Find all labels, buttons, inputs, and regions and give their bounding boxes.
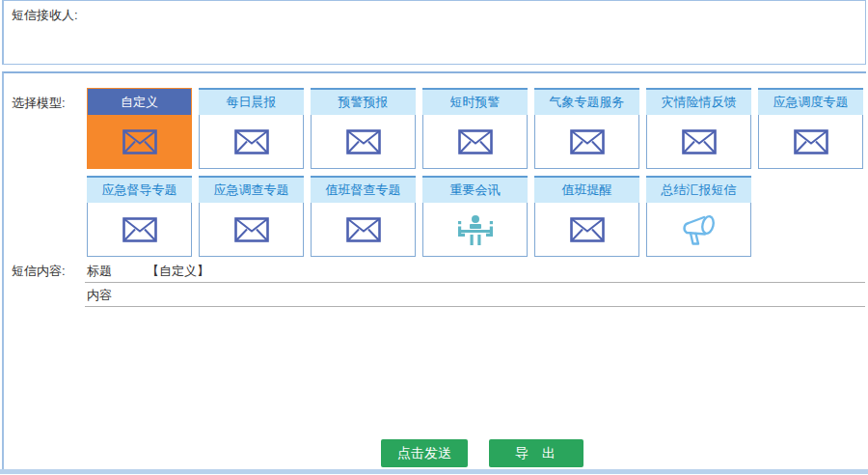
sms-title-field[interactable]: 标题 【自定义】 [85, 260, 865, 283]
envelope-icon [646, 115, 751, 169]
envelope-icon [534, 203, 639, 257]
export-button[interactable]: 导 出 [489, 439, 583, 467]
title-label: 标题 [87, 263, 129, 280]
template-tile[interactable]: 应急督导专题 [87, 176, 192, 257]
envelope-icon [758, 115, 863, 169]
template-tile[interactable]: 值班督查专题 [311, 176, 416, 257]
model-section-label: 选择模型: [12, 95, 66, 112]
template-tile-label: 自定义 [88, 89, 191, 115]
template-tile[interactable]: 总结汇报短信 [646, 176, 751, 257]
envelope-icon [534, 115, 639, 169]
main-panel: 选择模型: 自定义 每日晨报 预警预报 短时预警 气象专题服务 灾情险情反馈 应… [2, 71, 866, 469]
template-tile-label: 值班提醒 [534, 176, 639, 203]
template-tile[interactable]: 每日晨报 [199, 88, 304, 169]
template-tile[interactable]: 应急调查专题 [199, 176, 304, 257]
template-grid: 自定义 每日晨报 预警预报 短时预警 气象专题服务 灾情险情反馈 应急调度专题 [87, 88, 868, 257]
template-tile-label: 值班督查专题 [311, 176, 416, 203]
template-tile-label: 总结汇报短信 [646, 176, 751, 203]
template-tile[interactable]: 短时预警 [422, 88, 528, 169]
envelope-icon [87, 203, 192, 257]
meeting-icon [422, 203, 528, 257]
body-label: 内容 [87, 287, 112, 304]
envelope-icon [199, 115, 304, 169]
template-tile-label: 重要会讯 [422, 176, 528, 203]
template-tile-label: 灾情险情反馈 [646, 88, 751, 115]
title-value: 【自定义】 [147, 263, 209, 280]
template-tile[interactable]: 应急调度专题 [758, 88, 863, 169]
template-tile[interactable]: 灾情险情反馈 [646, 88, 751, 169]
envelope-icon [422, 115, 528, 169]
envelope-icon [88, 115, 191, 168]
recipients-panel: 短信接收人: [2, 0, 866, 65]
template-tile[interactable]: 自定义 [87, 88, 192, 169]
envelope-icon [311, 203, 416, 257]
template-tile[interactable]: 气象专题服务 [534, 88, 639, 169]
template-tile[interactable]: 重要会讯 [422, 176, 528, 257]
template-tile-label: 应急调度专题 [758, 88, 863, 115]
send-button[interactable]: 点击发送 [381, 439, 468, 467]
bottom-divider [0, 469, 868, 474]
megaphone-icon [646, 203, 751, 257]
recipients-label: 短信接收人: [12, 7, 78, 24]
template-tile-label: 应急调查专题 [199, 176, 304, 203]
template-tile-label: 应急督导专题 [87, 176, 192, 203]
template-tile[interactable]: 值班提醒 [534, 176, 639, 257]
recipients-input[interactable] [81, 1, 865, 64]
sms-body-field[interactable]: 内容 [85, 285, 865, 307]
template-tile-label: 短时预警 [422, 88, 528, 115]
template-tile-label: 气象专题服务 [534, 88, 639, 115]
envelope-icon [199, 203, 304, 257]
template-tile-label: 每日晨报 [199, 88, 304, 115]
content-section-label: 短信内容: [12, 263, 66, 280]
template-tile-label: 预警预报 [311, 88, 416, 115]
envelope-icon [311, 115, 416, 169]
template-tile[interactable]: 预警预报 [311, 88, 416, 169]
